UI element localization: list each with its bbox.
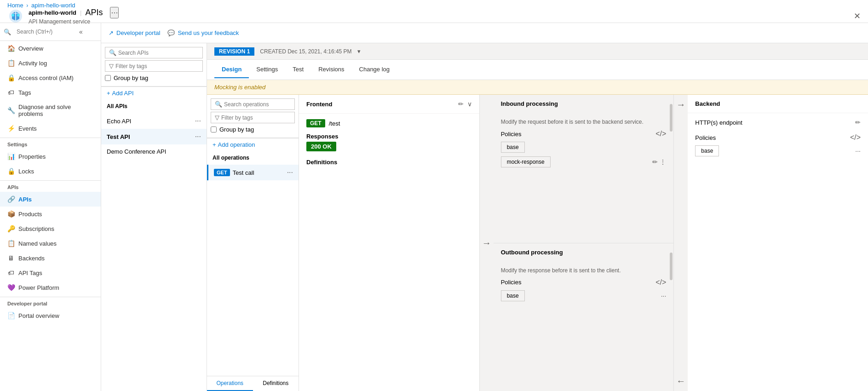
add-operation-button[interactable]: + Add operation [207,138,299,151]
sidebar-item-backends[interactable]: 🖥 Backends [0,251,101,265]
add-api-button[interactable]: + Add API [101,86,207,99]
list-item[interactable]: Echo API ··· [101,113,207,129]
developer-portal-button[interactable]: ↗ Developer portal [109,29,160,36]
sidebar-item-diagnose[interactable]: 🔧 Diagnose and solve problems [0,100,101,121]
api-search-bar[interactable]: 🔍 [105,47,203,58]
group-by-tag-row: Group by tag [105,74,203,82]
method-url-row: GET /test [306,119,472,127]
inbound-mock-policy[interactable]: mock-response [501,156,551,167]
ops-search-bar[interactable]: 🔍 [211,98,295,110]
arrow-right-inbound-button[interactable]: → [674,98,687,112]
tab-settings[interactable]: Settings [249,61,285,78]
revision-dropdown-icon[interactable]: ▾ [357,48,361,55]
api-dots-button[interactable]: ··· [195,132,201,141]
app-icon [7,8,24,24]
properties-icon: 📊 [7,153,15,160]
ops-tab-definitions[interactable]: Definitions [253,376,299,391]
backend-panel-header: Backend [688,95,868,113]
header-dots-button[interactable]: ··· [110,7,119,18]
sidebar-item-properties[interactable]: 📊 Properties [0,149,101,164]
breadcrumb-home[interactable]: Home [7,2,23,9]
backend-more-button[interactable]: ··· [855,147,861,155]
backend-code-button[interactable]: </> [850,133,861,142]
inbound-code-button[interactable]: </> [655,130,666,138]
tab-test[interactable]: Test [285,61,311,78]
mock-more-button[interactable]: ⋮ [660,158,666,166]
sidebar-item-apis[interactable]: 🔗 APIs [0,192,101,207]
breadcrumb-resource[interactable]: apim-hello-world [31,2,75,9]
sidebar-item-label: Named values [18,240,57,247]
backend-endpoint-edit-button[interactable]: ✏ [855,119,861,126]
inbound-description: Modify the request before it is sent to … [501,119,667,125]
subscriptions-icon: 🔑 [7,225,15,232]
outbound-panel-body: Modify the response before it is sent to… [494,262,674,391]
sidebar-item-label: Activity log [18,60,47,67]
search-icon: 🔍 [109,49,116,56]
ops-toolbar: 🔍 ▽ Group by tag [207,95,299,138]
inbound-base-policy[interactable]: base [501,142,525,153]
api-search-input[interactable] [118,50,199,56]
arrow-left-outbound-button[interactable]: ← [674,374,687,388]
api-name: Test API [107,133,130,140]
outbound-code-button[interactable]: </> [655,278,666,287]
api-filter-bar[interactable]: ▽ [105,60,203,72]
ops-group-by-tag-checkbox[interactable] [211,126,217,132]
group-by-tag-checkbox[interactable] [105,75,111,81]
sidebar-item-portal-overview[interactable]: 📄 Portal overview [0,308,101,323]
api-filter-input[interactable] [115,63,199,69]
sidebar-item-label: Tags [18,89,31,96]
ops-group-by-tag-label: Group by tag [219,126,254,133]
outbound-policy-row: Policies </> [501,278,667,287]
sidebar: 🔍 « 🏠 Overview 📋 Activity log 🔒 Access c… [0,23,101,391]
backend-policies-label: Policies [695,134,716,141]
backend-endpoint-label: HTTP(s) endpoint [695,119,742,126]
feedback-button[interactable]: 💬 Send us your feedback [167,29,239,36]
sidebar-item-activity-log[interactable]: 📋 Activity log [0,56,101,70]
tab-revisions[interactable]: Revisions [311,61,351,78]
frontend-edit-button[interactable]: ✏ [458,100,464,108]
tab-change-log[interactable]: Change log [352,61,397,78]
api-dots-button[interactable]: ··· [195,117,201,125]
backend-title: Backend [695,100,720,107]
operation-item[interactable]: GET Test call ··· [207,165,299,180]
backend-base-policy[interactable]: base [695,145,719,156]
arrow-col-right: → ← [674,95,688,391]
ops-filter-input[interactable] [221,115,291,121]
sidebar-item-products[interactable]: 📦 Products [0,207,101,221]
op-dots-button[interactable]: ··· [287,168,293,177]
sidebar-item-overview[interactable]: 🏠 Overview [0,41,101,56]
sidebar-item-named-values[interactable]: 📋 Named values [0,236,101,251]
outbound-base-policy[interactable]: base [501,290,525,301]
ops-filter-bar[interactable]: ▽ [211,112,295,123]
revision-bar: REVISION 1 CREATED Dec 15, 2021, 4:16:45… [207,43,868,60]
sidebar-item-label: Properties [18,153,46,160]
sidebar-scroll: 🏠 Overview 📋 Activity log 🔒 Access contr… [0,41,101,391]
page-subtitle: API Management service [29,18,854,25]
mock-edit-button[interactable]: ✏ [652,158,658,166]
collapse-button[interactable]: « [79,28,83,35]
inbound-policies-label: Policies [501,131,522,138]
list-item[interactable]: Demo Conference API [101,144,207,159]
outbound-panel-header: Outbound processing [494,243,674,262]
ops-search-input[interactable] [224,101,291,108]
sidebar-item-tags[interactable]: 🏷 Tags [0,85,101,100]
ops-tab-operations[interactable]: Operations [207,376,253,391]
close-button[interactable]: ✕ [854,11,861,21]
frontend-panel: Frontend ✏ ∨ GET /test Responses [299,95,480,391]
arrow-right-button[interactable]: → [480,236,493,250]
outbound-more-button[interactable]: ··· [661,292,667,299]
add-api-label: Add API [112,90,134,97]
search-input[interactable] [13,27,77,37]
sidebar-item-events[interactable]: ⚡ Events [0,121,101,136]
sidebar-item-api-tags[interactable]: 🏷 API Tags [0,265,101,280]
sidebar-item-locks[interactable]: 🔒 Locks [0,164,101,178]
frontend-collapse-button[interactable]: ∨ [467,100,472,108]
sidebar-item-power-platform[interactable]: 💜 Power Platform [0,280,101,295]
arrow-col-left: → [480,95,494,391]
sidebar-item-label: Access control (IAM) [18,75,74,81]
svg-point-1 [11,14,14,17]
tab-design[interactable]: Design [214,61,249,78]
sidebar-item-access-control[interactable]: 🔒 Access control (IAM) [0,70,101,85]
sidebar-item-subscriptions[interactable]: 🔑 Subscriptions [0,221,101,236]
list-item[interactable]: Test API ··· [101,129,207,144]
